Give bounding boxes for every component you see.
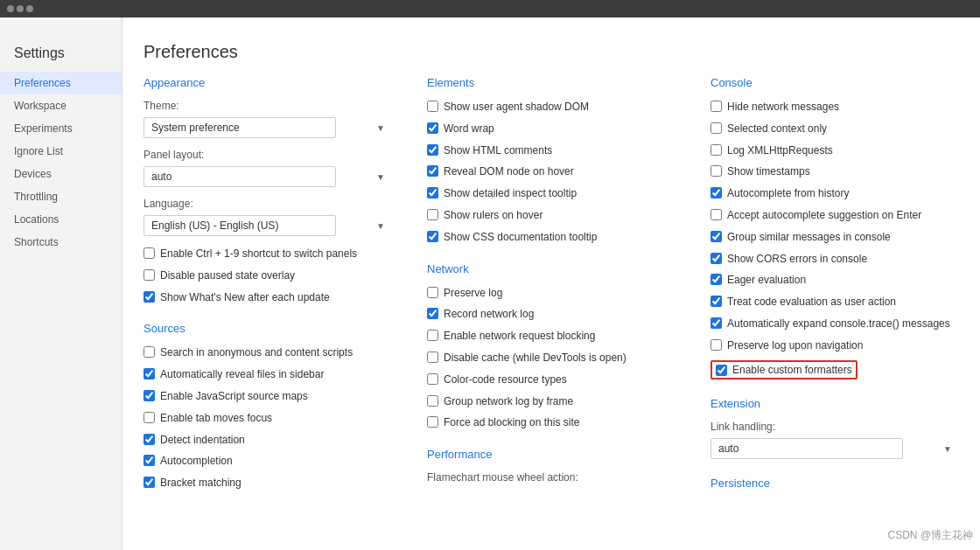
log-xml-label[interactable]: Log XMLHttpRequests xyxy=(727,143,833,158)
tab-focus-label[interactable]: Enable tab moves focus xyxy=(160,411,272,426)
autocomplete-history-checkbox[interactable] xyxy=(710,187,722,198)
sidebar-item-ignore-list[interactable]: Ignore List xyxy=(0,140,122,163)
ctrl-shortcut-checkbox[interactable] xyxy=(144,247,155,259)
shadow-dom-label[interactable]: Show user agent shadow DOM xyxy=(444,100,589,115)
sidebar-item-workspace[interactable]: Workspace xyxy=(0,94,122,117)
html-comments-label[interactable]: Show HTML comments xyxy=(444,143,552,158)
group-network-checkbox[interactable] xyxy=(427,395,438,407)
autocompletion-label[interactable]: Autocompletion xyxy=(160,454,233,469)
request-blocking-checkbox[interactable] xyxy=(427,330,438,341)
sidebar-item-locations[interactable]: Locations xyxy=(0,208,122,231)
preserve-log-checkbox[interactable] xyxy=(427,287,438,298)
cors-errors-checkbox[interactable] xyxy=(710,253,722,264)
group-similar-checkbox[interactable] xyxy=(710,231,722,242)
reveal-files-checkbox[interactable] xyxy=(144,368,155,379)
autocomplete-enter-label[interactable]: Accept autocomplete suggestion on Enter xyxy=(727,208,921,223)
sidebar-item-experiments[interactable]: Experiments xyxy=(0,117,122,140)
appearance-section: Appearance Theme: System preference Ligh… xyxy=(144,76,392,304)
sidebar-item-throttling[interactable]: Throttling xyxy=(0,185,122,208)
whats-new-label[interactable]: Show What's New after each update xyxy=(160,290,330,305)
eager-eval-checkbox[interactable] xyxy=(710,274,722,285)
html-comments-checkbox[interactable] xyxy=(427,144,438,156)
language-select[interactable]: English (US) - English (US) xyxy=(144,215,336,236)
show-timestamps-checkbox[interactable] xyxy=(710,165,722,177)
autocomplete-enter-checkbox[interactable] xyxy=(710,209,722,220)
performance-section: Performance Flamechart mouse wheel actio… xyxy=(427,448,676,484)
log-xml-checkbox[interactable] xyxy=(710,144,722,156)
theme-dropdown-container: System preference Light Dark ▼ xyxy=(144,117,392,138)
ad-blocking-label[interactable]: Force ad blocking on this site xyxy=(444,415,579,430)
network-section: Network Preserve log Record network log … xyxy=(427,262,676,431)
color-code-checkbox[interactable] xyxy=(427,373,438,385)
panel-layout-select[interactable]: auto horizontal vertical xyxy=(144,166,336,187)
column-3: Console Hide network messages Selected c… xyxy=(710,76,959,508)
watermark: CSDN @博主花神 xyxy=(887,528,973,543)
expand-trace-checkbox[interactable] xyxy=(710,317,722,329)
ad-blocking-checkbox[interactable] xyxy=(427,416,438,428)
checkbox-js-source-maps: Enable JavaScript source maps xyxy=(144,389,392,404)
search-anon-checkbox[interactable] xyxy=(144,346,155,358)
cors-errors-label[interactable]: Show CORS errors in console xyxy=(727,252,867,267)
ctrl-shortcut-label[interactable]: Enable Ctrl + 1-9 shortcut to switch pan… xyxy=(160,247,357,261)
inspect-tooltip-checkbox[interactable] xyxy=(427,187,438,198)
user-action-label[interactable]: Treat code evaluation as user action xyxy=(727,295,896,310)
dot-3 xyxy=(26,5,33,12)
tab-focus-checkbox[interactable] xyxy=(144,412,155,423)
selected-context-checkbox[interactable] xyxy=(710,122,722,134)
expand-trace-label[interactable]: Automatically expand console.trace() mes… xyxy=(727,317,950,331)
disable-cache-label[interactable]: Disable cache (while DevTools is open) xyxy=(444,351,626,366)
record-network-checkbox[interactable] xyxy=(427,308,438,319)
detect-indent-label[interactable]: Detect indentation xyxy=(160,433,245,448)
autocomplete-history-label[interactable]: Autocomplete from history xyxy=(727,186,849,201)
disable-cache-checkbox[interactable] xyxy=(427,352,438,363)
word-wrap-checkbox[interactable] xyxy=(427,122,438,134)
record-network-label[interactable]: Record network log xyxy=(444,307,534,322)
sidebar-item-shortcuts[interactable]: Shortcuts xyxy=(0,231,122,254)
hide-network-checkbox[interactable] xyxy=(710,101,722,112)
reveal-dom-label[interactable]: Reveal DOM node on hover xyxy=(444,164,574,179)
inspect-tooltip-label[interactable]: Show detailed inspect tooltip xyxy=(444,186,577,201)
selected-context-label[interactable]: Selected context only xyxy=(727,122,827,136)
preserve-log-nav-label[interactable]: Preserve log upon navigation xyxy=(727,338,863,353)
rulers-hover-label[interactable]: Show rulers on hover xyxy=(444,208,542,223)
sidebar-item-devices[interactable]: Devices xyxy=(0,163,122,185)
bracket-matching-checkbox[interactable] xyxy=(144,477,155,488)
theme-select[interactable]: System preference Light Dark xyxy=(144,117,336,138)
sidebar-item-preferences[interactable]: Preferences xyxy=(0,72,122,94)
network-title: Network xyxy=(427,262,676,275)
css-docs-checkbox[interactable] xyxy=(427,231,438,242)
whats-new-checkbox[interactable] xyxy=(144,291,155,303)
checkbox-request-blocking: Enable network request blocking xyxy=(427,329,676,344)
disable-paused-label[interactable]: Disable paused state overlay xyxy=(160,268,295,283)
checkbox-hide-network: Hide network messages xyxy=(710,100,959,115)
color-code-label[interactable]: Color-code resource types xyxy=(444,372,567,387)
word-wrap-label[interactable]: Word wrap xyxy=(444,122,494,136)
detect-indent-checkbox[interactable] xyxy=(144,434,155,445)
rulers-hover-checkbox[interactable] xyxy=(427,209,438,220)
group-similar-label[interactable]: Group similar messages in console xyxy=(727,230,891,245)
autocompletion-checkbox[interactable] xyxy=(144,455,155,466)
request-blocking-label[interactable]: Enable network request blocking xyxy=(444,329,595,344)
reveal-files-label[interactable]: Automatically reveal files in sidebar xyxy=(160,367,324,382)
hide-network-label[interactable]: Hide network messages xyxy=(727,100,839,115)
js-source-maps-label[interactable]: Enable JavaScript source maps xyxy=(160,389,308,404)
css-docs-label[interactable]: Show CSS documentation tooltip xyxy=(444,230,597,245)
custom-formatters-label[interactable]: Enable custom formatters xyxy=(732,364,852,376)
js-source-maps-checkbox[interactable] xyxy=(144,390,155,401)
preserve-log-label[interactable]: Preserve log xyxy=(444,286,502,301)
search-anon-label[interactable]: Search in anonymous and content scripts xyxy=(160,345,353,360)
sidebar: Settings Preferences Workspace Experimen… xyxy=(0,17,122,550)
link-handling-select[interactable]: auto xyxy=(710,438,903,459)
user-action-checkbox[interactable] xyxy=(710,296,722,307)
bracket-matching-label[interactable]: Bracket matching xyxy=(160,476,242,491)
checkbox-color-code: Color-code resource types xyxy=(427,372,676,387)
checkbox-ad-blocking: Force ad blocking on this site xyxy=(427,415,676,430)
custom-formatters-checkbox[interactable] xyxy=(716,365,727,376)
disable-paused-checkbox[interactable] xyxy=(144,269,155,281)
reveal-dom-checkbox[interactable] xyxy=(427,165,438,177)
eager-eval-label[interactable]: Eager evaluation xyxy=(727,273,806,288)
group-network-label[interactable]: Group network log by frame xyxy=(444,394,573,409)
show-timestamps-label[interactable]: Show timestamps xyxy=(727,164,810,179)
preserve-log-nav-checkbox[interactable] xyxy=(710,339,722,351)
shadow-dom-checkbox[interactable] xyxy=(427,101,438,112)
